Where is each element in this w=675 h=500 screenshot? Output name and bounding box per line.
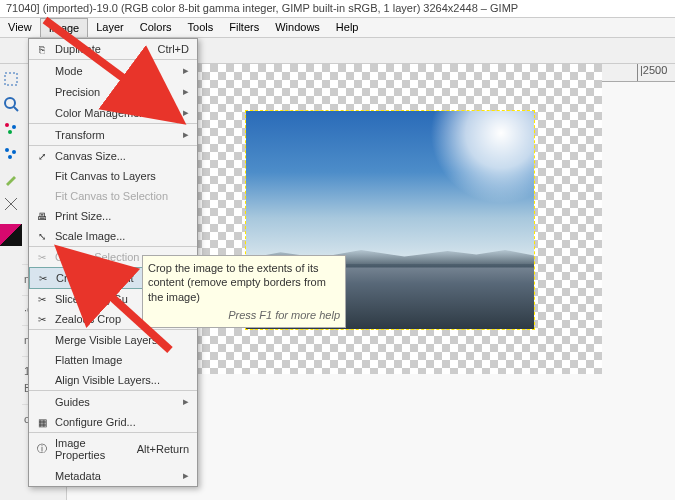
menu-metadata[interactable]: Metadata▸	[29, 465, 197, 486]
toolbox	[0, 64, 22, 500]
menu-filters[interactable]: Filters	[221, 18, 267, 37]
brush-icon[interactable]	[0, 168, 22, 190]
chevron-right-icon: ▸	[183, 395, 189, 408]
svg-point-8	[8, 155, 12, 159]
chevron-right-icon: ▸	[183, 106, 189, 119]
svg-point-1	[5, 98, 15, 108]
menu-layer[interactable]: Layer	[88, 18, 132, 37]
print-icon: 🖶	[35, 211, 49, 222]
tooltip-text: Crop the image to the extents of its con…	[148, 261, 340, 304]
menu-merge-visible[interactable]: Merge Visible Layers...	[29, 329, 197, 350]
magnify-icon[interactable]	[0, 93, 22, 115]
window-titlebar: 71040] (imported)-19.0 (RGB color 8-bit …	[0, 0, 675, 18]
svg-point-7	[12, 150, 16, 154]
tool-icon[interactable]	[0, 118, 22, 140]
svg-rect-0	[5, 73, 17, 85]
menu-windows[interactable]: Windows	[267, 18, 328, 37]
menubar: View Image Layer Colors Tools Filters Wi…	[0, 18, 675, 38]
crop-icon: ✂	[35, 252, 49, 263]
menu-view[interactable]: View	[0, 18, 40, 37]
tooltip-hint: Press F1 for more help	[148, 308, 340, 322]
chevron-right-icon: ▸	[183, 128, 189, 141]
svg-point-3	[5, 123, 9, 127]
resize-icon: ⤢	[35, 151, 49, 162]
tool-icon[interactable]	[0, 143, 22, 165]
menu-align-visible[interactable]: Align Visible Layers...	[29, 370, 197, 390]
menu-flatten[interactable]: Flatten Image	[29, 350, 197, 370]
svg-point-4	[12, 125, 16, 129]
crop-icon: ✂	[35, 314, 49, 325]
menu-help[interactable]: Help	[328, 18, 367, 37]
tool-icon[interactable]	[0, 193, 22, 215]
scale-icon: ⤡	[35, 231, 49, 242]
menu-canvas-size[interactable]: ⤢Canvas Size...	[29, 145, 197, 166]
info-icon: ⓘ	[35, 442, 49, 456]
svg-point-6	[5, 148, 9, 152]
duplicate-icon: ⎘	[35, 44, 49, 55]
menu-print-size[interactable]: 🖶Print Size...	[29, 206, 197, 226]
menu-colors[interactable]: Colors	[132, 18, 180, 37]
menu-color-management[interactable]: Color Management▸	[29, 102, 197, 123]
crop-icon: ✂	[36, 273, 50, 284]
menu-image-properties[interactable]: ⓘImage PropertiesAlt+Return	[29, 432, 197, 465]
menu-fit-canvas-layers[interactable]: Fit Canvas to Layers	[29, 166, 197, 186]
svg-point-5	[8, 130, 12, 134]
menu-precision[interactable]: Precision▸	[29, 81, 197, 102]
menu-guides[interactable]: Guides▸	[29, 390, 197, 412]
slice-icon: ✂	[35, 294, 49, 305]
menu-fit-canvas-selection: Fit Canvas to Selection	[29, 186, 197, 206]
menu-configure-grid[interactable]: ▦Configure Grid...	[29, 412, 197, 432]
menu-mode[interactable]: Mode▸	[29, 59, 197, 81]
color-swatch[interactable]	[0, 224, 22, 246]
chevron-right-icon: ▸	[183, 469, 189, 482]
menu-transform[interactable]: Transform▸	[29, 123, 197, 145]
menu-scale-image[interactable]: ⤡Scale Image...	[29, 226, 197, 246]
tool-icon[interactable]	[0, 68, 22, 90]
svg-line-2	[14, 107, 18, 111]
grid-icon: ▦	[35, 417, 49, 428]
chevron-right-icon: ▸	[183, 64, 189, 77]
chevron-right-icon: ▸	[183, 85, 189, 98]
menu-duplicate[interactable]: ⎘DuplicateCtrl+D	[29, 39, 197, 59]
tooltip: Crop the image to the extents of its con…	[142, 255, 346, 328]
menu-image[interactable]: Image	[40, 18, 89, 37]
menu-tools[interactable]: Tools	[180, 18, 222, 37]
